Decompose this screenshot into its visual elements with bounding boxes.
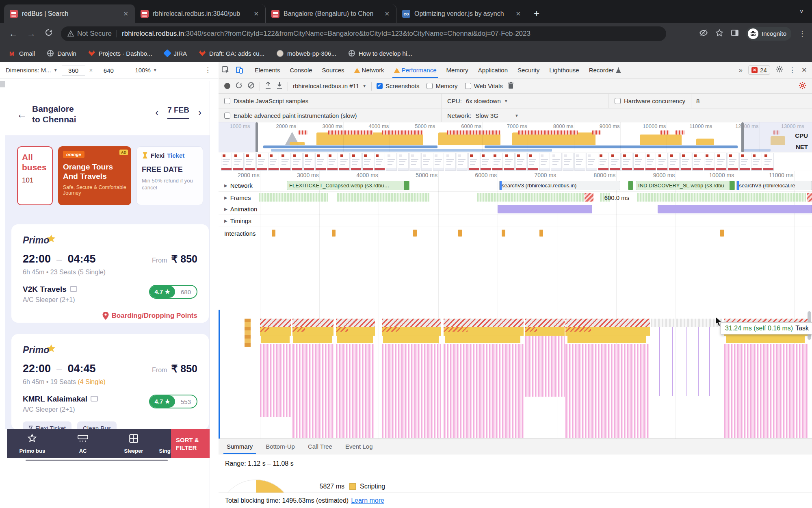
timeline-overview[interactable]: CPU NET 1000 ms2000 ms3000 ms4000 ms5000… [219,122,812,152]
flame-task-row[interactable] [260,319,291,327]
device-toolbar-icon[interactable] [232,66,246,74]
device-height-input[interactable]: 640 [97,65,120,76]
filmstrip-thumbnail[interactable] [362,153,373,171]
forward-button[interactable]: → [27,28,36,39]
flame-call-stacks[interactable] [382,344,441,438]
filmstrip-thumbnail[interactable] [433,153,444,171]
filmstrip-thumbnail[interactable] [680,153,691,171]
browser-menu-icon[interactable]: ⋮ [799,29,806,38]
flame-task-row[interactable] [292,319,333,327]
devtools-tab-elements[interactable]: Elements [250,62,285,78]
summary-tab-bottom-up[interactable]: Bottom-Up [260,439,301,454]
filmstrip-thumbnail[interactable] [233,153,244,171]
incognito-badge[interactable]: Incognito [746,27,791,41]
animation-bar[interactable] [658,205,812,213]
interaction-mark[interactable] [272,230,275,237]
frame-segment[interactable] [337,193,429,202]
filmstrip-thumbnail[interactable] [374,153,385,171]
dropped-frame-segment[interactable] [585,193,593,202]
flame-scripting-row2[interactable] [261,336,290,343]
side-panel-icon[interactable] [731,29,739,39]
flame-scripting-row2[interactable] [383,336,439,343]
inspect-icon[interactable] [219,66,232,74]
selection-handle-left[interactable] [256,122,258,152]
record-button[interactable] [224,83,230,89]
filmstrip-thumbnail[interactable] [598,153,609,171]
selection-handle-right[interactable] [741,122,744,152]
flame-task-row[interactable] [336,319,375,327]
page-back-button[interactable]: ← [17,108,27,121]
reload-record-button[interactable] [235,82,243,90]
filmstrip-thumbnail[interactable] [563,153,574,171]
issues-counter[interactable]: ✕ 24 [748,65,770,75]
frame-segment[interactable] [259,193,328,202]
tab-close-icon[interactable]: ✕ [122,10,129,17]
devtools-tab-application[interactable]: Application [473,62,513,78]
flame-task-row[interactable] [565,319,650,327]
nav-item-primo-bus[interactable]: Primo bus [7,429,58,458]
devtools-tab-sources[interactable]: Sources [317,62,349,78]
screenshots-checkbox[interactable] [377,83,383,89]
filmstrip-thumbnail[interactable] [645,153,656,171]
devtools-settings-gear-icon[interactable] [776,65,783,75]
eye-off-icon[interactable] [699,28,708,39]
prev-date-button[interactable]: ‹ [155,107,158,118]
browser-tab-0[interactable]: redBus | Search✕ [4,4,135,23]
network-request-bar[interactable]: searchV3 (rbhirelocal.redbus.in) [499,181,620,190]
filmstrip-thumbnail[interactable] [704,153,715,171]
flexiticket-card[interactable]: FlexiTicket FREE DATE Min 50% refund if … [136,146,203,205]
sort-filter-button[interactable]: SORT & FILTER [171,429,210,458]
flame-scripting-row2[interactable] [337,336,373,343]
address-bar[interactable]: Not Secure rbhirelocal.redbus.in:3040/se… [61,26,666,41]
browser-tab-2[interactable]: Bangalore (Bengaluru) to Chen✕ [266,4,396,23]
network-request-bar[interactable]: IND DISCOVERY_SL.webp (s3.rdbu [636,181,735,190]
filmstrip-thumbnail[interactable] [292,153,303,171]
devtools-tab-lighthouse[interactable]: Lighthouse [544,62,584,78]
bookmark-3[interactable]: JIRA [165,50,187,57]
filmstrip-thumbnail[interactable] [280,153,291,171]
memory-checkbox[interactable] [427,83,433,89]
clear-button[interactable] [247,82,255,90]
filmstrip-thumbnail[interactable] [539,153,550,171]
cpu-throttle-select[interactable]: 6x slowdown▼ [466,98,508,104]
filmstrip-thumbnail[interactable] [457,153,468,171]
filmstrip-thumbnail[interactable] [728,153,738,171]
devtools-tab-network[interactable]: Network [349,62,389,78]
timings-track[interactable]: ▶Timings [219,215,812,226]
orange-tours-ad-card[interactable]: orange AD Orange Tours And Travels Safe,… [58,146,131,205]
devtools-tab-memory[interactable]: Memory [442,62,473,78]
network-request-bar[interactable]: searchV3 (rbhirelocal.re [736,181,812,190]
nav-item-ac[interactable]: AC [58,429,108,458]
animation-track[interactable]: ▶Animation [219,203,812,215]
flame-call-stacks[interactable] [260,344,291,417]
filmstrip-thumbnail[interactable] [551,153,562,171]
advanced-paint-checkbox[interactable] [224,113,230,119]
filmstrip-thumbnail[interactable] [515,153,526,171]
flame-call-stacks[interactable] [336,344,375,438]
tab-close-icon[interactable]: ✕ [253,10,260,17]
selected-date[interactable]: 7 FEB [167,106,189,119]
next-date-button[interactable]: › [198,107,201,118]
back-button[interactable]: ← [9,28,18,39]
frames-track[interactable]: ▶Frames 600.0 ms [219,192,812,203]
devtools-tab-recorder[interactable]: Recorder [584,62,626,78]
flame-mini-cluster[interactable] [245,319,251,347]
filmstrip-thumbnail[interactable] [633,153,644,171]
filmstrip-thumbnail[interactable] [504,153,515,171]
filmstrip-thumbnail[interactable] [586,153,597,171]
filmstrip-thumbnail[interactable] [480,153,491,171]
interaction-mark[interactable] [720,230,724,237]
not-secure-warning[interactable]: Not Secure [67,30,112,38]
filmstrip-thumbnail[interactable] [315,153,326,171]
reload-button[interactable] [45,28,53,39]
flame-call-stacks[interactable] [292,344,333,438]
filmstrip-thumbnail[interactable] [692,153,703,171]
save-profile-icon[interactable] [276,82,283,90]
filmstrip-thumbnail[interactable] [763,153,774,171]
interaction-mark[interactable] [332,230,336,237]
filmstrip-thumbnail[interactable] [268,153,279,171]
devtools-tab-security[interactable]: Security [513,62,544,78]
disable-js-samples-checkbox[interactable] [224,98,230,104]
load-profile-icon[interactable] [265,82,271,90]
filmstrip-thumbnail[interactable] [221,153,232,171]
